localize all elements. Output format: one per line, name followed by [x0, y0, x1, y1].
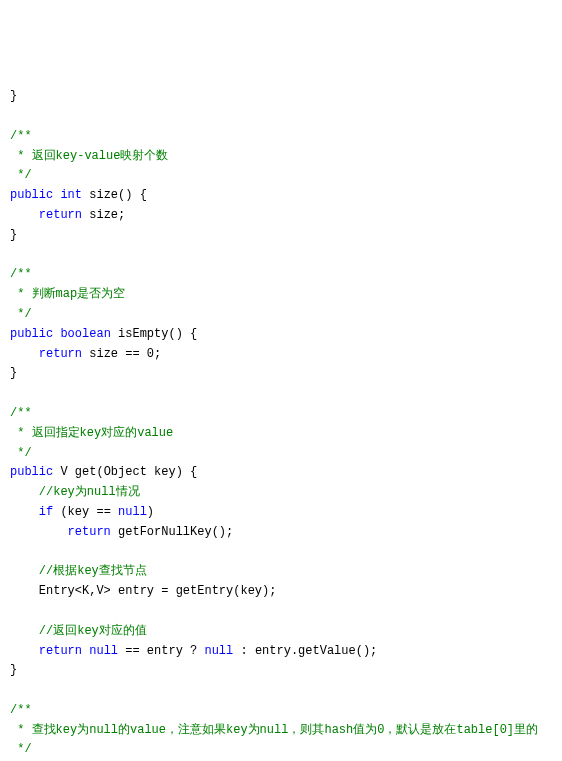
code-line: */	[10, 444, 552, 464]
comment-token: * 返回key-value映射个数	[10, 149, 168, 163]
code-line: return getForNullKey();	[10, 523, 552, 543]
comment-token: /**	[10, 703, 32, 717]
code-line: */	[10, 166, 552, 186]
comment-token: /**	[10, 267, 32, 281]
code-line: //根据key查找节点	[10, 562, 552, 582]
code-line: return null == entry ? null : entry.getV…	[10, 642, 552, 662]
code-line	[10, 543, 552, 563]
keyword-token: public	[10, 327, 53, 341]
comment-token: */	[10, 446, 32, 460]
comment-token: */	[10, 742, 32, 756]
keyword-token: return	[39, 644, 82, 658]
keyword-token: if	[39, 505, 53, 519]
code-line: /**	[10, 265, 552, 285]
code-line: }	[10, 87, 552, 107]
comment-token: * 查找key为null的value，注意如果key为null，则其hash值为…	[10, 723, 538, 737]
comment-token: * 返回指定key对应的value	[10, 426, 173, 440]
text-token: )	[147, 505, 154, 519]
comment-token: //返回key对应的值	[39, 624, 147, 638]
comment-token: */	[10, 168, 32, 182]
text-token: (key ==	[53, 505, 118, 519]
text-token: Entry<K,V> entry = getEntry(key);	[39, 584, 277, 598]
code-line: /**	[10, 701, 552, 721]
code-line: * 判断map是否为空	[10, 285, 552, 305]
keyword-token: null	[118, 505, 147, 519]
code-line: return size;	[10, 206, 552, 226]
keyword-token: public	[10, 465, 53, 479]
code-line: Entry<K,V> entry = getEntry(key);	[10, 582, 552, 602]
code-line	[10, 602, 552, 622]
keyword-token: int	[60, 188, 82, 202]
text-token: }	[10, 366, 17, 380]
code-line: /**	[10, 127, 552, 147]
keyword-token: return	[39, 208, 82, 222]
text-token: isEmpty() {	[111, 327, 197, 341]
code-line: * 返回key-value映射个数	[10, 147, 552, 167]
code-line: public int size() {	[10, 186, 552, 206]
comment-token: * 判断map是否为空	[10, 287, 125, 301]
code-line: }	[10, 226, 552, 246]
text-token: size() {	[82, 188, 147, 202]
text-token: : entry.getValue();	[233, 644, 377, 658]
keyword-token: null	[204, 644, 233, 658]
text-token: }	[10, 228, 17, 242]
code-line: */	[10, 305, 552, 325]
code-line: * 查找key为null的value，注意如果key为null，则其hash值为…	[10, 721, 552, 741]
code-line: }	[10, 364, 552, 384]
keyword-token: return	[68, 525, 111, 539]
keyword-token: boolean	[60, 327, 110, 341]
code-line: public V get(Object key) {	[10, 463, 552, 483]
text-token: }	[10, 663, 17, 677]
text-token: }	[10, 89, 17, 103]
text-token: getForNullKey();	[111, 525, 233, 539]
text-token: size;	[82, 208, 125, 222]
text-token: size == 0;	[82, 347, 161, 361]
code-line	[10, 384, 552, 404]
code-line: */	[10, 740, 552, 760]
code-line	[10, 246, 552, 266]
code-line: if (key == null)	[10, 503, 552, 523]
code-line: /**	[10, 404, 552, 424]
code-line: //key为null情况	[10, 483, 552, 503]
code-line	[10, 681, 552, 701]
comment-token: /**	[10, 129, 32, 143]
code-line: return size == 0;	[10, 345, 552, 365]
keyword-token: public	[10, 188, 53, 202]
text-token: == entry ?	[118, 644, 204, 658]
comment-token: //根据key查找节点	[39, 564, 147, 578]
code-line	[10, 107, 552, 127]
code-block: } /** * 返回key-value映射个数 */public int siz…	[10, 87, 552, 761]
code-line: * 返回指定key对应的value	[10, 424, 552, 444]
code-line: }	[10, 661, 552, 681]
text-token: V get(Object key) {	[53, 465, 197, 479]
comment-token: //key为null情况	[39, 485, 140, 499]
keyword-token: null	[89, 644, 118, 658]
keyword-token: return	[39, 347, 82, 361]
code-line: //返回key对应的值	[10, 622, 552, 642]
comment-token: /**	[10, 406, 32, 420]
code-line: public boolean isEmpty() {	[10, 325, 552, 345]
comment-token: */	[10, 307, 32, 321]
